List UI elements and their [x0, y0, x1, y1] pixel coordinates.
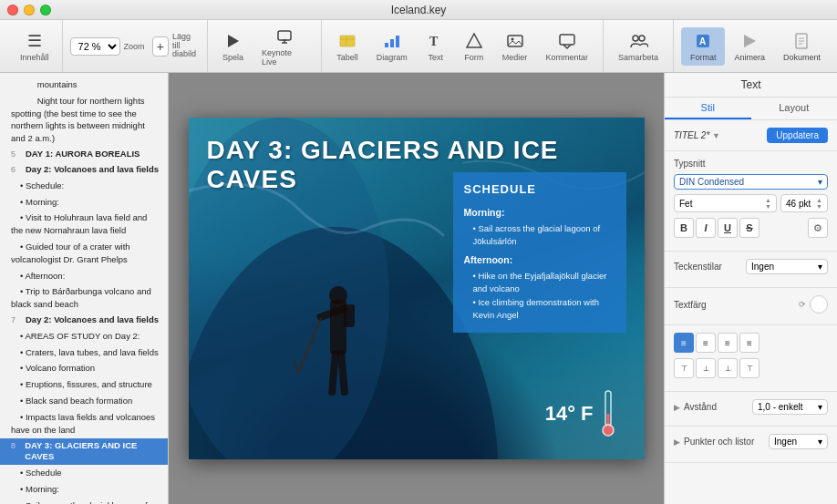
shape-button[interactable]: Form [457, 27, 491, 66]
canvas-area[interactable]: DAY 3: GLACIERS AND ICE CAVES SCHEDULE M… [169, 73, 664, 504]
sidebar-item-lavafield[interactable]: • Visit to Holuhraun lava field and the … [0, 210, 168, 239]
align-center-button[interactable]: ≡ [696, 333, 716, 353]
format-panel-button[interactable]: A Format [681, 27, 726, 66]
zoom-select[interactable]: 72 %50 %100 %150 % [70, 37, 120, 56]
animate-label: Animera [734, 53, 765, 62]
schedule-box: SCHEDULE Morning: Sail across the glacia… [453, 172, 626, 333]
tab-layout[interactable]: Layout [751, 98, 838, 119]
sidebar-item-schedule[interactable]: • Schedule: [0, 178, 168, 194]
sidebar-item-guided[interactable]: • Guided tour of a crater with volcanolo… [0, 239, 168, 268]
format-buttons-row: B I U S ⚙ [674, 218, 828, 238]
table-label: Tabell [336, 53, 358, 62]
table-button[interactable]: Tabell [329, 27, 366, 66]
sidebar-item-sail[interactable]: • Sail across the glacial lagoon of Jöku… [0, 498, 168, 504]
title-tag-row: TITEL 2* ▼ Uppdatera [674, 128, 828, 143]
maximize-btn[interactable] [40, 5, 51, 15]
sidebar-item-impacts[interactable]: • Impacts lava fields and volcanoes have… [0, 409, 168, 438]
sidebar-item-eruptions[interactable]: • Eruptions, fissures, and structure [0, 376, 168, 393]
slide[interactable]: DAY 3: GLACIERS AND ICE CAVES SCHEDULE M… [189, 118, 645, 459]
svg-rect-1 [278, 31, 291, 40]
close-btn[interactable] [7, 5, 18, 15]
sidebar-item-mountains[interactable]: mountains [0, 77, 168, 93]
textcolor-swatch[interactable] [810, 295, 828, 314]
item-text: • Craters, lava tubes, and lava fields [11, 347, 159, 357]
title-tag: TITEL 2* ▼ [674, 130, 720, 140]
spacing-expand[interactable]: ▶ [674, 403, 680, 412]
align-left-button[interactable]: ≡ [674, 333, 694, 353]
font-size-field[interactable]: 46 pkt ▲▼ [780, 194, 828, 212]
align-right-button[interactable]: ≡ [718, 333, 738, 353]
vertical-align-row: ⊤ ⊥ ⊥ ⊤ [674, 358, 828, 378]
afternoon-bullet2: Ice climbing demonstration with Kevin An… [464, 296, 615, 322]
sidebar-item-8[interactable]: 8 DAY 3: GLACIERS AND ICE CAVES [0, 438, 168, 466]
valign-top-button[interactable]: ⊤ [674, 358, 694, 378]
bullets-label: Punkter och listor [684, 437, 765, 447]
teckenstilar-value: Ingen [751, 262, 774, 272]
table-icon [337, 31, 357, 51]
sidebar-item-afternoon[interactable]: • Afternoon: [0, 268, 168, 284]
svg-rect-13 [508, 36, 522, 46]
update-button[interactable]: Uppdatera [767, 128, 828, 143]
sidebar-item-blacksand[interactable]: • Black sand beach formation [0, 393, 168, 409]
italic-button[interactable]: I [696, 218, 716, 238]
tab-style[interactable]: Stil [665, 98, 751, 119]
bullets-row: ▶ Punkter och listor Ingen ▾ [674, 434, 828, 449]
keynote-live-button[interactable]: Keynote Live [254, 23, 314, 70]
comment-icon [557, 31, 577, 51]
panel-header: Text [665, 73, 837, 98]
content-button[interactable]: ☰ Innehåll [15, 27, 55, 66]
sidebar-item-morning2[interactable]: • Morning: [0, 481, 168, 498]
sidebar-item-northernlights[interactable]: Night tour for northern lights spotting … [0, 93, 168, 147]
sidebar-item-areas2[interactable]: • AREAS OF STUDY on Day 2: [0, 328, 168, 345]
animate-panel-button[interactable]: Animera [725, 27, 774, 66]
spacing-dropdown[interactable]: 1,0 - enkelt ▾ [752, 399, 828, 415]
text-label: Text [429, 53, 444, 62]
bullets-arrow: ▾ [818, 437, 822, 447]
sidebar-item-6[interactable]: 6 Day 2: Volcanoes and lava fields [0, 162, 168, 178]
media-button[interactable]: Medier [495, 27, 535, 66]
temperature-display: 14° F [545, 386, 617, 441]
item-text: • AREAS OF STUDY on Day 2: [11, 331, 140, 341]
window-controls [7, 5, 51, 15]
font-weight-dropdown[interactable]: Fet ▲▼ [674, 194, 777, 212]
sidebar-item-7[interactable]: 7 Day 2: Volcanoes and lava fields [0, 313, 168, 328]
collaborate-button[interactable]: Samarbeta [611, 27, 666, 66]
format-buttons: B I U S [674, 218, 760, 238]
expand-arrow[interactable]: ▼ [712, 131, 720, 140]
document-panel-button[interactable]: Dokument [774, 27, 830, 66]
chart-button[interactable]: Diagram [369, 27, 415, 66]
comment-button[interactable]: Kommentar [538, 27, 595, 66]
minimize-btn[interactable] [24, 5, 35, 15]
strikethrough-button[interactable]: S [739, 218, 760, 238]
animate-icon [739, 31, 760, 51]
valign-bottom-button[interactable]: ⊥ [718, 358, 738, 378]
text-button[interactable]: T Text [418, 27, 453, 66]
slide-navigator: mountains Night tour for northern lights… [0, 73, 169, 504]
morning-bullet1: Sail across the glacial lagoon of Jökuls… [464, 222, 615, 248]
sidebar-item-5[interactable]: 5 DAY 1: AURORA BOREALIS [0, 147, 168, 162]
font-weight-value: Fet [679, 199, 692, 209]
bold-button[interactable]: B [674, 218, 694, 238]
sidebar-item-schedule2[interactable]: • Schedule [0, 465, 168, 481]
textcolor-row: Textfärg ⟳ [674, 295, 828, 314]
sidebar-item-bardarbunga[interactable]: • Trip to Bárðarbunga volcano and black … [0, 283, 168, 313]
play-button[interactable]: Spela [215, 27, 251, 66]
underline-button[interactable]: U [718, 218, 738, 238]
valign-extra-button[interactable]: ⊤ [739, 358, 760, 378]
sidebar-item-volcano[interactable]: • Volcano formation [0, 360, 168, 376]
font-weight-arrows: ▲▼ [765, 197, 771, 210]
valign-middle-button[interactable]: ⊥ [696, 358, 716, 378]
svg-point-37 [603, 425, 614, 436]
teckenstilar-dropdown[interactable]: Ingen ▾ [746, 259, 828, 274]
play-label: Spela [222, 53, 243, 62]
bullets-expand[interactable]: ▶ [674, 437, 680, 447]
add-slide-button[interactable]: + [152, 36, 169, 57]
typsnitt-label: Typsnitt [674, 159, 705, 169]
svg-marker-12 [467, 34, 481, 47]
bullets-dropdown[interactable]: Ingen ▾ [769, 434, 828, 449]
font-name-dropdown[interactable]: DIN Condensed ▾ [674, 174, 828, 190]
more-options-button[interactable]: ⚙ [808, 218, 828, 238]
sidebar-item-morning[interactable]: • Morning: [0, 194, 168, 211]
align-justify-button[interactable]: ≡ [739, 333, 760, 353]
sidebar-item-craters[interactable]: • Craters, lava tubes, and lava fields [0, 345, 168, 361]
